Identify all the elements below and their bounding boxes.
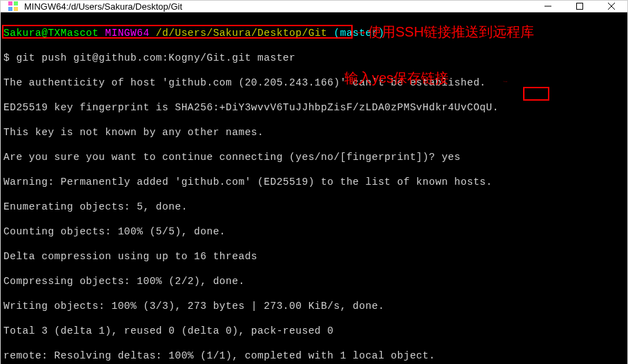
output-line: remote: Resolving deltas: 100% (1/1), co…	[3, 350, 625, 362]
user-host: Sakura@TXMascot	[3, 28, 99, 39]
output-line: This key is not known by any other names…	[3, 126, 625, 139]
env-label: MINGW64	[105, 28, 149, 39]
mingw-icon	[8, 1, 19, 12]
svg-rect-2	[8, 7, 12, 11]
output-line: Counting objects: 100% (5/5), done.	[3, 225, 625, 238]
titlebar[interactable]: MINGW64:/d/Users/Sakura/Desktop/Git	[1, 1, 627, 12]
output-line: Warning: Permanently added 'github.com' …	[3, 176, 625, 188]
output-line: Delta compression using up to 16 threads	[3, 250, 625, 263]
output-line: Writing objects: 100% (3/3), 273 bytes |…	[3, 300, 625, 312]
annotation-box	[523, 87, 549, 101]
svg-rect-5	[577, 3, 583, 10]
cwd-path: /d/Users/Sakura/Desktop/Git	[156, 28, 327, 39]
minimize-button[interactable]	[532, 1, 564, 12]
window-title: MINGW64:/d/Users/Sakura/Desktop/Git	[24, 1, 532, 12]
command-line: $ git push git@github.com:Kogny/Git.git …	[3, 52, 625, 64]
maximize-button[interactable]	[564, 1, 596, 12]
terminal[interactable]: Sakura@TXMascot MINGW64 /d/Users/Sakura/…	[1, 12, 627, 364]
arrow-icon	[489, 81, 521, 82]
window: MINGW64:/d/Users/Sakura/Desktop/Git Saku…	[0, 0, 628, 364]
close-button[interactable]	[596, 1, 627, 12]
output-line: Enumerating objects: 5, done.	[3, 201, 625, 213]
output-line: Are you sure you want to continue connec…	[3, 151, 625, 163]
output-line: Compressing objects: 100% (2/2), done.	[3, 275, 625, 287]
output-line: The authenticity of host 'github.com (20…	[3, 77, 625, 89]
output-line: ED25519 key fingerprint is SHA256:+DiY3w…	[3, 101, 625, 114]
svg-rect-0	[8, 1, 12, 6]
svg-rect-3	[14, 7, 18, 11]
svg-rect-1	[14, 1, 18, 6]
svg-line-8	[503, 81, 507, 82]
window-controls	[532, 1, 627, 12]
annotation-text: 输入yes保存链接	[344, 72, 449, 84]
output-line: Total 3 (delta 1), reused 0 (delta 0), p…	[3, 325, 625, 337]
annotation-text: →使用SSH链接推送到远程库	[354, 26, 534, 38]
